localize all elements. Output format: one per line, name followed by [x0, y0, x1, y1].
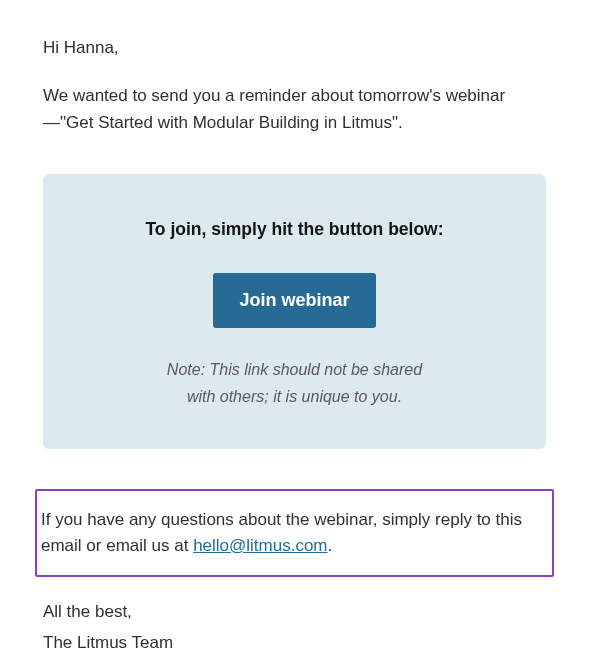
note-line-2: with others; it is unique to you. [187, 388, 402, 405]
greeting-text: Hi Hanna, [43, 35, 546, 61]
contact-email-link[interactable]: hello@litmus.com [193, 536, 327, 555]
team-signature: The Litmus Team [43, 630, 546, 653]
join-webinar-button[interactable]: Join webinar [213, 273, 375, 328]
questions-text: If you have any questions about the webi… [41, 507, 544, 560]
highlight-box: If you have any questions about the webi… [35, 489, 554, 578]
callout-note: Note: This link should not be shared wit… [73, 356, 516, 410]
reminder-text: We wanted to send you a reminder about t… [43, 83, 546, 136]
note-line-1: Note: This link should not be shared [167, 361, 422, 378]
questions-after: . [328, 536, 333, 555]
signoff-text: All the best, [43, 599, 546, 625]
callout-title: To join, simply hit the button below: [73, 216, 516, 243]
join-callout: To join, simply hit the button below: Jo… [43, 174, 546, 449]
